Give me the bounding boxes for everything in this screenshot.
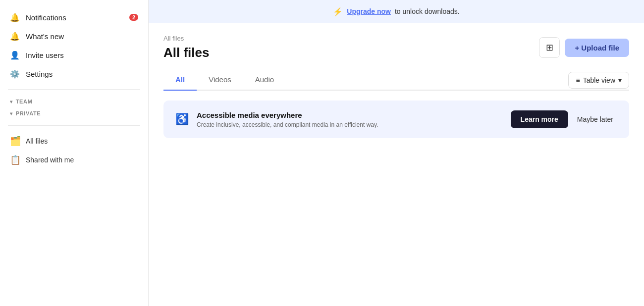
header-actions: ⊞ + Upload file [539, 37, 629, 58]
promo-description: Create inclusive, accessible, and compli… [197, 121, 503, 128]
content-area: All files All files ⊞ + Upload file All … [149, 23, 644, 306]
sidebar-item-whats-new[interactable]: 🔔 What's new [0, 27, 148, 46]
sidebar-item-notifications[interactable]: 🔔 Notifications 2 [0, 8, 148, 27]
page-title-block: All files All files [163, 35, 209, 60]
sidebar-divider [8, 89, 140, 90]
breadcrumb: All files [163, 35, 209, 42]
lightning-icon: ⚡ [333, 7, 343, 16]
tab-all[interactable]: All [163, 70, 197, 91]
notifications-badge: 2 [129, 14, 138, 21]
sidebar-nav: 🔔 Notifications 2 🔔 What's new 👤 Invite … [0, 8, 148, 83]
sidebar-item-invite-users-label: Invite users [26, 51, 64, 59]
sidebar-item-all-files[interactable]: 🗂️ All files [0, 132, 148, 151]
promo-actions: Learn more Maybe later [511, 110, 617, 128]
promo-text-block: Accessible media everywhere Create inclu… [197, 111, 503, 128]
section-team-label: TEAM [16, 99, 33, 104]
section-header-team[interactable]: ▾ TEAM [0, 96, 148, 107]
chevron-private-icon: ▾ [10, 111, 13, 116]
banner-text: to unlock downloads. [395, 7, 460, 15]
sidebar: 🔔 Notifications 2 🔔 What's new 👤 Invite … [0, 0, 149, 306]
gear-icon: ⚙️ [10, 69, 20, 79]
sidebar-item-settings[interactable]: ⚙️ Settings [0, 64, 148, 83]
chevron-team-icon: ▾ [10, 99, 13, 104]
tab-audio[interactable]: Audio [243, 70, 286, 91]
upgrade-link[interactable]: Upgrade now [347, 7, 391, 15]
sidebar-item-settings-label: Settings [26, 70, 53, 78]
all-files-folder-icon: 🗂️ [10, 136, 21, 147]
table-view-chevron-icon: ▾ [618, 76, 622, 84]
add-to-folder-button[interactable]: ⊞ [539, 37, 560, 58]
tabs-row: All Videos Audio ≡ Table view ▾ [163, 70, 629, 91]
table-view-button[interactable]: ≡ Table view ▾ [568, 72, 629, 89]
accessibility-icon: ♿ [175, 113, 189, 126]
tab-videos[interactable]: Videos [197, 70, 243, 91]
sidebar-item-notifications-label: Notifications [26, 13, 66, 22]
tabs-list: All Videos Audio [163, 70, 286, 90]
sidebar-item-whats-new-label: What's new [26, 32, 64, 41]
bell-icon: 🔔 [10, 12, 20, 22]
page-header: All files All files ⊞ + Upload file [163, 35, 629, 60]
learn-more-button[interactable]: Learn more [511, 110, 568, 128]
maybe-later-button[interactable]: Maybe later [573, 110, 617, 128]
table-view-label: Table view [583, 76, 615, 84]
shared-folder-icon: 📋 [10, 154, 21, 165]
table-view-icon: ≡ [576, 76, 580, 84]
upload-label: + Upload file [575, 44, 619, 52]
main-content: ⚡ Upgrade now to unlock downloads. All f… [149, 0, 644, 306]
section-private-label: PRIVATE [16, 110, 41, 116]
add-folder-icon: ⊞ [546, 42, 553, 53]
whats-new-icon: 🔔 [10, 31, 20, 41]
sidebar-divider-2 [8, 125, 140, 126]
promo-title: Accessible media everywhere [197, 111, 503, 119]
promo-banner: ♿ Accessible media everywhere Create inc… [163, 101, 629, 138]
section-header-private[interactable]: ▾ PRIVATE [0, 107, 148, 119]
shared-with-me-label: Shared with me [26, 156, 74, 164]
sidebar-item-shared-with-me[interactable]: 📋 Shared with me [0, 151, 148, 169]
all-files-label: All files [26, 137, 48, 145]
user-icon: 👤 [10, 50, 20, 60]
upload-file-button[interactable]: + Upload file [565, 39, 629, 57]
sidebar-item-invite-users[interactable]: 👤 Invite users [0, 46, 148, 64]
upgrade-banner: ⚡ Upgrade now to unlock downloads. [149, 0, 644, 23]
page-title: All files [163, 45, 209, 60]
